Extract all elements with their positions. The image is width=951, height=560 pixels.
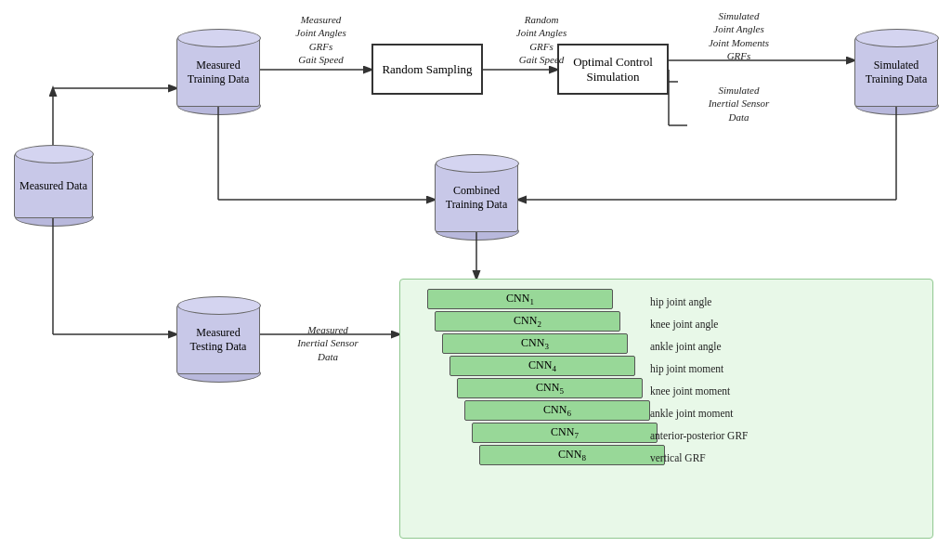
- cnn2-label: CNN2: [514, 314, 541, 329]
- measured-testing-cylinder: MeasuredTesting Data: [176, 295, 260, 384]
- cnn5-box: CNN5: [457, 378, 643, 398]
- combined-training-label: CombinedTraining Data: [446, 184, 508, 212]
- random-sampling-box: Random Sampling: [371, 44, 483, 95]
- simulated-training-label: SimulatedTraining Data: [866, 59, 928, 86]
- simulated-training-cylinder: SimulatedTraining Data: [854, 28, 938, 116]
- cnn1-output: hip joint angle: [650, 296, 711, 307]
- cnn7-box: CNN7: [472, 423, 658, 443]
- arrow-label-simulated-inertial: SimulatedInertial SensorData: [685, 84, 792, 124]
- cnn3-box: CNN3: [442, 333, 628, 354]
- cnn3-label: CNN3: [521, 336, 549, 351]
- arrow-label-measured-joint: MeasuredJoint AnglesGRFsGait Speed: [272, 13, 370, 66]
- combined-training-cylinder: CombinedTraining Data: [435, 153, 518, 241]
- cnn2-box: CNN2: [435, 311, 620, 332]
- cnn8-output: vertical GRF: [650, 452, 706, 463]
- cnn6-output: ankle joint moment: [650, 408, 733, 419]
- cnn3-output: ankle joint angle: [650, 341, 722, 352]
- diagram: Measured Data MeasuredTraining Data Comb…: [0, 0, 951, 560]
- cnn1-box: CNN1: [427, 289, 613, 309]
- cnn4-box: CNN4: [449, 356, 635, 376]
- cnn8-label: CNN8: [558, 448, 586, 462]
- measured-training-cylinder: MeasuredTraining Data: [176, 28, 260, 116]
- arrow-label-random-joint: RandomJoint AnglesGRFsGait Speed: [495, 13, 588, 66]
- measured-data-cylinder: Measured Data: [14, 144, 93, 228]
- arrow-label-measured-inertial: MeasuredInertial SensorData: [272, 323, 384, 363]
- cnn5-label: CNN5: [536, 381, 564, 396]
- cnn6-label: CNN6: [543, 403, 571, 418]
- cnn4-output: hip joint moment: [650, 363, 723, 374]
- cnn7-label: CNN7: [551, 425, 579, 440]
- cnn7-output: anterior-posterior GRF: [650, 430, 748, 441]
- cnn4-label: CNN4: [528, 358, 556, 373]
- cnn1-label: CNN1: [506, 292, 534, 306]
- measured-training-label: MeasuredTraining Data: [188, 59, 250, 86]
- cnn2-output: knee joint angle: [650, 319, 718, 330]
- measured-testing-label: MeasuredTesting Data: [190, 326, 247, 354]
- random-sampling-label: Random Sampling: [382, 62, 472, 77]
- cnn6-box: CNN6: [464, 400, 650, 421]
- cnn8-box: CNN8: [479, 445, 665, 465]
- measured-data-label: Measured Data: [20, 179, 87, 193]
- arrow-label-simulated-top: SimulatedJoint AnglesJoint MomentsGRFs: [685, 9, 792, 62]
- cnn5-output: knee joint moment: [650, 385, 730, 397]
